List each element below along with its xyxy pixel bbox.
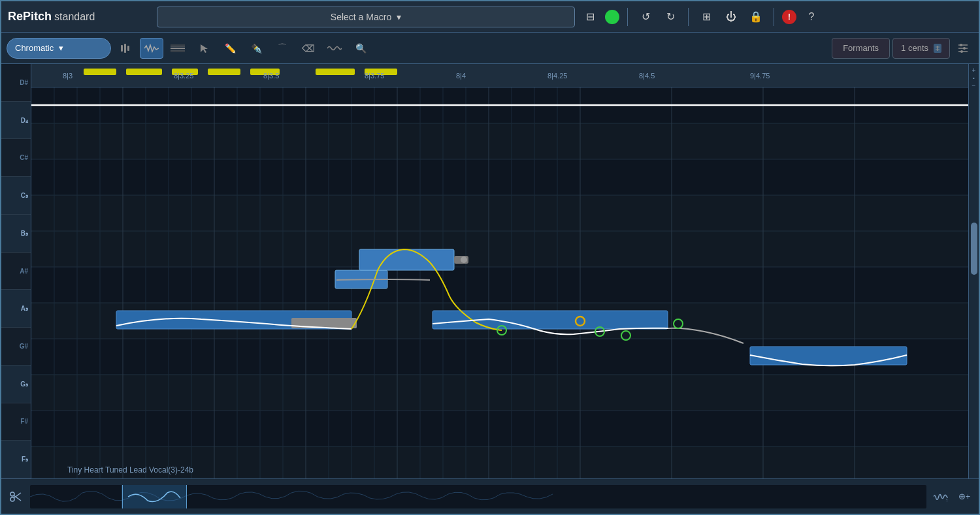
svg-point-14 (960, 44, 962, 46)
chromatic-label: Chromatic (15, 43, 54, 53)
logo-repitch: RePitch (8, 10, 52, 23)
macro-select-dropdown[interactable]: Select a Macro ▾ (157, 7, 575, 27)
svg-point-18 (960, 50, 963, 53)
svg-rect-27 (31, 375, 968, 411)
macro-label: Select a Macro (331, 12, 391, 22)
app-container: RePitch standard Select a Macro ▾ ⊟ ↺ ↻ … (0, 0, 980, 515)
grid-svg: Tiny Heart Tuned Lead Vocal(3)-24b (31, 87, 968, 478)
key-asharp: A# (1, 253, 31, 290)
zoom-horizontal-icon[interactable]: ⊕+ (955, 488, 973, 506)
note-grid-container: Tiny Heart Tuned Lead Vocal(3)-24b (31, 87, 968, 478)
svg-rect-1 (124, 44, 126, 53)
spectrogram-icon (171, 44, 185, 53)
erase-tool-btn[interactable]: ⌫ (297, 38, 320, 59)
cents-display: 1 cents (892, 38, 950, 59)
top-toolbar: RePitch standard Select a Macro ▾ ⊟ ↺ ↻ … (1, 1, 979, 33)
svg-rect-20 (31, 123, 968, 159)
select-arrow-icon (199, 43, 208, 54)
second-toolbar: Chromatic ▾ (1, 33, 979, 64)
chromatic-arrow-icon: ▾ (59, 43, 63, 53)
snap-icon (120, 42, 131, 54)
main-content: D# D₄ C# C₃ B₃ A# A₃ G# G₃ F# F₃ (1, 64, 979, 478)
timeline-marker-5: 8|4 (456, 72, 466, 80)
draw-tool-btn[interactable]: ✒️ (244, 38, 268, 59)
timeline-marker-8: 9|4.75 (750, 72, 770, 80)
timeline-marker-6: 8|4.25 (547, 72, 567, 80)
key-csharp: C# (1, 139, 31, 177)
svg-rect-21 (31, 159, 968, 195)
cut-icon[interactable] (7, 488, 25, 506)
key-d4: D₄ (1, 102, 31, 140)
svg-rect-88 (186, 485, 187, 508)
waveform-overview[interactable] (30, 485, 926, 508)
key-g3: G₃ (1, 366, 31, 403)
zoom-out-icon[interactable]: − (972, 82, 976, 89)
key-f3: F₃ (1, 441, 31, 478)
separator-2 (688, 8, 689, 26)
svg-rect-22 (31, 195, 968, 231)
pencil-edit-btn[interactable]: ✏️ (218, 38, 242, 59)
formants-label: Formants (843, 43, 879, 53)
sliders-icon (957, 42, 969, 54)
timeline-segment-1 (84, 69, 116, 75)
timeline-marker-2: 8|3.25 (174, 72, 193, 80)
redo-icon[interactable]: ↻ (661, 7, 680, 27)
timeline-segment-6 (316, 69, 355, 75)
svg-marker-8 (201, 44, 208, 53)
spectrogram-btn[interactable] (166, 38, 189, 59)
magnify-tool-btn[interactable]: 🔍 (349, 38, 372, 59)
svg-point-72 (461, 257, 467, 263)
key-a3: A₃ (1, 290, 31, 328)
undo-icon[interactable]: ↺ (636, 7, 655, 27)
vibrato-tool-btn[interactable] (323, 38, 346, 59)
svg-rect-74 (750, 347, 907, 365)
timeline-marker-7: 8|4.5 (639, 72, 655, 80)
svg-point-16 (963, 47, 966, 50)
svg-rect-86 (122, 485, 187, 508)
macro-arrow-icon: ▾ (397, 12, 401, 22)
key-b3: B₃ (1, 215, 31, 253)
app-logo: RePitch standard (8, 10, 152, 23)
svg-text:Tiny Heart Tuned Lead Vocal(3): Tiny Heart Tuned Lead Vocal(3)-24b (67, 465, 193, 475)
key-dsharp: D# (1, 64, 31, 102)
alert-icon[interactable]: ! (782, 10, 796, 24)
svg-rect-0 (121, 45, 123, 52)
settings-sliders-icon[interactable]: ⊟ (580, 7, 600, 27)
waveform-icon (144, 44, 159, 53)
zoom-indicator: • (973, 75, 975, 81)
vertical-scroll-thumb[interactable] (971, 223, 977, 275)
timeline: 8|3 8|3.25 8|3.5 8|3.75 8|4 8|4.25 8|4.5… (31, 64, 968, 87)
piano-keys: D# D₄ C# C₃ B₃ A# A₃ G# G₃ F# F₃ (1, 64, 31, 478)
logo-standard: standard (54, 11, 95, 23)
waveform-zoom-icon: ↑ (934, 491, 948, 503)
svg-rect-87 (122, 485, 123, 508)
separator-1 (627, 8, 628, 26)
power-icon[interactable]: ⏻ (721, 7, 741, 27)
select-tool-btn[interactable] (192, 38, 216, 59)
right-scrollbar[interactable]: + • − (968, 64, 979, 478)
snap-to-grid-btn[interactable] (114, 38, 137, 59)
formants-button[interactable]: Formants (832, 38, 890, 59)
zoom-waveform-icon[interactable]: ↑ (932, 488, 950, 506)
active-indicator (605, 10, 619, 24)
key-c3: C₃ (1, 177, 31, 215)
svg-rect-24 (31, 267, 968, 303)
svg-rect-73 (433, 311, 668, 329)
timeline-segment-2 (126, 69, 162, 75)
key-fsharp: F# (1, 403, 31, 441)
cents-scroll-icon (934, 44, 941, 53)
waveform-btn[interactable] (140, 38, 163, 59)
zoom-in-icon[interactable]: + (972, 67, 976, 74)
grid-icon[interactable]: ⊞ (696, 7, 716, 27)
track-settings-icon[interactable] (953, 38, 973, 59)
waveform-svg (30, 485, 926, 508)
timeline-segment-4 (208, 69, 240, 75)
timeline-marker-3: 8|3.5 (263, 72, 279, 80)
chromatic-dropdown[interactable]: Chromatic ▾ (7, 38, 111, 59)
help-icon[interactable]: ? (802, 7, 821, 27)
timeline-marker-1: 8|3 (63, 72, 73, 80)
lock-icon[interactable]: 🔒 (746, 7, 766, 27)
curve-tool-btn[interactable]: ⌒ (270, 38, 294, 59)
separator-3 (774, 8, 774, 26)
timeline-marker-4: 8|3.75 (365, 72, 384, 80)
